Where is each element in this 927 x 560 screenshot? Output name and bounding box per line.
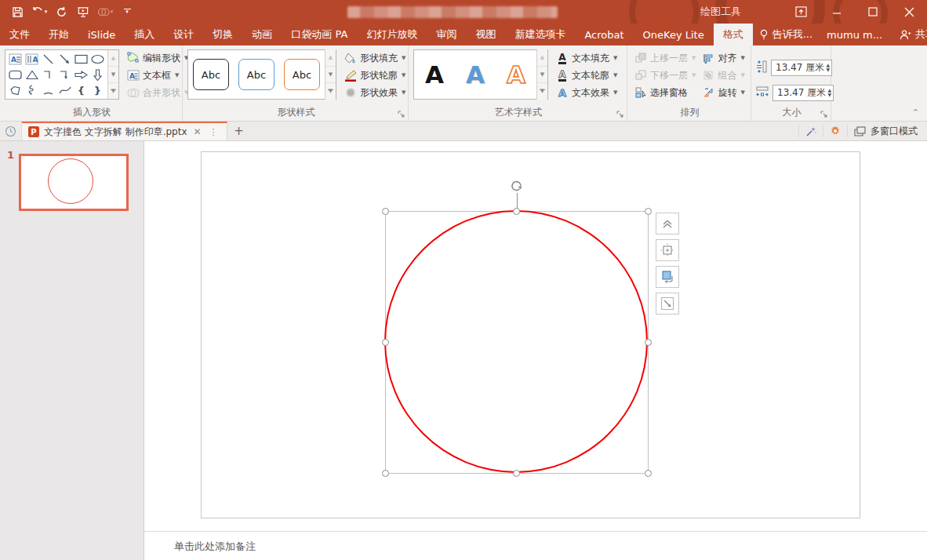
rotate-button[interactable]: 旋转▼	[700, 84, 747, 101]
shape-selection-box[interactable]	[385, 211, 649, 474]
collapse-ribbon-icon[interactable]: ⌃	[912, 107, 919, 118]
shape-arc-icon[interactable]	[41, 83, 56, 98]
shape-vertical-text-box-icon[interactable]: A	[24, 52, 40, 67]
shape-effects-button[interactable]: 形状效果▼	[342, 84, 408, 101]
redo-icon[interactable]	[52, 2, 71, 21]
gallery-more-icon[interactable]: ▼	[108, 83, 118, 99]
center-on-slide-icon[interactable]	[656, 239, 679, 261]
text-fill-button[interactable]: A 文本填充▼	[554, 49, 620, 67]
wordart-scroll-up-icon[interactable]: ▲	[537, 49, 547, 67]
tell-me-box[interactable]: 告诉我...	[753, 24, 819, 45]
height-spinner[interactable]: ▲▼	[824, 63, 830, 73]
shape-curve-icon[interactable]	[57, 83, 73, 98]
close-document-tab-icon[interactable]: ✕	[191, 126, 202, 137]
loop-icon[interactable]: ▾	[96, 2, 115, 21]
shape-line-arrow-icon[interactable]	[57, 52, 73, 67]
magic-wand-icon[interactable]	[799, 122, 823, 140]
gallery-scroll-down-icon[interactable]: ▼	[108, 67, 118, 83]
gallery-scroll-up-icon[interactable]: ▲	[108, 50, 118, 67]
undo-dropdown-icon[interactable]: ▾	[45, 9, 48, 15]
tab-acrobat[interactable]: Acrobat	[575, 24, 633, 45]
tab-insert[interactable]: 插入	[125, 24, 164, 45]
shape-outline-button[interactable]: 形状轮廓▼	[342, 67, 408, 84]
merge-shapes-button[interactable]: 合并形状▼	[125, 84, 191, 101]
handle-middle-right[interactable]	[645, 339, 652, 346]
tab-pocket-animation[interactable]: 口袋动画 PA	[282, 24, 357, 45]
handle-bottom-center[interactable]	[513, 470, 520, 477]
width-spinner[interactable]: ▲▼	[826, 88, 831, 98]
tab-view[interactable]: 视图	[466, 24, 505, 45]
size-dialog-launcher-icon[interactable]	[820, 111, 828, 118]
account-name[interactable]: mumu m...	[819, 24, 890, 45]
share-button[interactable]: 共享	[890, 24, 927, 45]
shape-height-input[interactable]: 13.47 厘米 ▲▼	[771, 60, 832, 76]
handle-top-right[interactable]	[645, 208, 652, 215]
duplicate-rotate-icon[interactable]	[656, 266, 679, 288]
wordart-preset-blue[interactable]: A	[466, 63, 485, 87]
notes-pane[interactable]: 单击此处添加备注	[144, 531, 927, 560]
shape-left-brace-icon[interactable]: {	[74, 83, 89, 98]
start-slideshow-icon[interactable]	[74, 2, 93, 21]
handle-bottom-right[interactable]	[645, 470, 652, 477]
shape-width-input[interactable]: 13.47 厘米 ▲▼	[772, 85, 834, 101]
notes-placeholder[interactable]: 单击此处添加备注	[174, 540, 256, 554]
tab-format-active[interactable]: 格式	[714, 24, 753, 45]
tab-review[interactable]: 审阅	[427, 24, 466, 45]
handle-top-center[interactable]	[513, 208, 520, 215]
document-tab-active[interactable]: P 文字撞色 文字拆解 制作印章.pptx ✕ ⋮	[22, 122, 227, 140]
slide-editing-area[interactable]: 单击此处添加备注	[144, 141, 927, 560]
red-circle-shape[interactable]	[384, 210, 648, 473]
shape-isosceles-triangle-icon[interactable]	[24, 67, 40, 82]
shape-rectangle-icon[interactable]	[74, 52, 89, 67]
shape-freeform-icon[interactable]	[8, 83, 24, 98]
handle-bottom-left[interactable]	[382, 470, 389, 477]
shape-style-preset-black[interactable]: Abc	[193, 59, 229, 90]
loop-dropdown-icon[interactable]: ▾	[111, 9, 114, 15]
shape-down-arrow-icon[interactable]	[90, 67, 106, 82]
shape-scribble-icon[interactable]	[24, 83, 40, 98]
shape-styles-dialog-launcher-icon[interactable]	[398, 111, 405, 118]
shape-elbow-connector-icon[interactable]	[41, 67, 56, 82]
tab-islide[interactable]: iSlide	[78, 24, 125, 45]
close-icon[interactable]	[891, 0, 927, 24]
shape-oval-icon[interactable]	[90, 52, 106, 67]
group-button[interactable]: 组合▼	[700, 67, 747, 84]
shape-right-arrow-icon[interactable]	[74, 67, 89, 82]
shape-rounded-rectangle-icon[interactable]	[8, 67, 24, 82]
wordart-more-icon[interactable]: ▼	[537, 83, 547, 100]
wordart-preset-orange[interactable]: A	[507, 63, 525, 87]
edit-shape-button[interactable]: 编辑形状▼	[125, 49, 191, 67]
collapse-toolbar-icon[interactable]	[656, 213, 679, 235]
style-scroll-up-icon[interactable]: ▲	[325, 49, 336, 67]
send-backward-button[interactable]: 下移一层▼	[632, 67, 698, 84]
tab-onekey-lite[interactable]: OneKey Lite	[634, 24, 714, 45]
wordart-preset-black[interactable]: A	[425, 63, 444, 87]
wordart-scroll-down-icon[interactable]: ▼	[537, 67, 547, 84]
save-icon[interactable]	[8, 2, 27, 21]
tab-file[interactable]: 文件	[0, 24, 39, 45]
selection-pane-button[interactable]: 选择窗格	[632, 84, 698, 101]
slide-thumbnail-selected[interactable]	[19, 154, 129, 211]
shape-elbow-arrow-connector-icon[interactable]	[57, 67, 73, 82]
settings-gear-icon[interactable]	[823, 122, 847, 140]
maximize-icon[interactable]	[855, 0, 891, 24]
tab-transitions[interactable]: 切换	[203, 24, 242, 45]
shape-text-box-icon[interactable]: A	[8, 52, 24, 67]
minimize-icon[interactable]	[819, 0, 855, 24]
undo-icon[interactable]: ▾	[30, 2, 49, 21]
handle-middle-left[interactable]	[382, 339, 389, 346]
ribbon-display-options-icon[interactable]	[783, 0, 819, 24]
shape-line-icon[interactable]	[41, 52, 56, 67]
style-more-icon[interactable]: ▼	[325, 83, 336, 100]
shape-right-brace-icon[interactable]: }	[90, 83, 106, 98]
shape-style-preset-blue[interactable]: Abc	[238, 59, 274, 90]
tab-animations[interactable]: 动画	[242, 24, 282, 45]
shape-fill-button[interactable]: 形状填充▼	[342, 49, 408, 67]
text-effects-button[interactable]: A 文本效果▼	[554, 84, 620, 101]
tab-new-tab[interactable]: 新建选项卡	[505, 24, 575, 45]
document-tab-more-icon[interactable]: ⋮	[208, 127, 220, 137]
multi-window-mode-button[interactable]: 多窗口模式	[848, 122, 927, 140]
customize-qat-icon[interactable]: ▾	[118, 2, 136, 21]
text-box-button[interactable]: A 文本框▼	[125, 67, 191, 84]
bring-forward-button[interactable]: 上移一层▼	[632, 49, 698, 67]
